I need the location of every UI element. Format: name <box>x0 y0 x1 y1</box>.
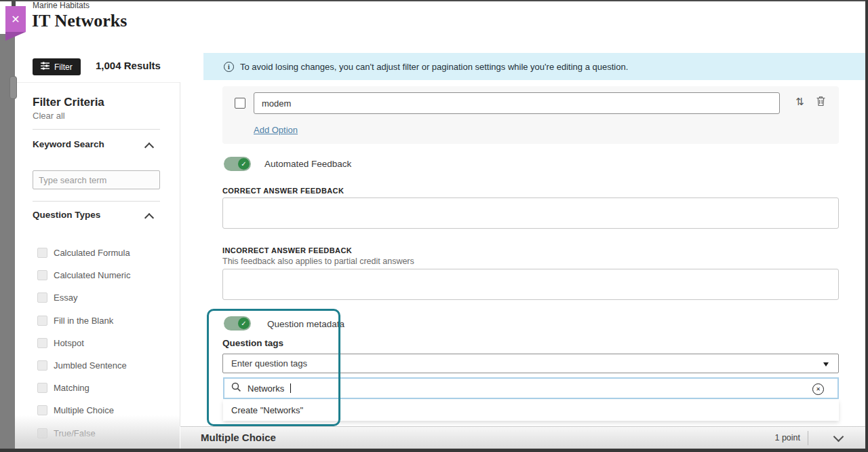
reorder-option-icon[interactable]: ⇅ <box>795 96 804 108</box>
question-tags-label: Question tags <box>222 338 283 348</box>
incorrect-feedback-textarea[interactable] <box>222 269 839 300</box>
toggle-check-icon: ✓ <box>238 318 250 329</box>
question-type-title: Multiple Choice <box>201 427 276 449</box>
question-type-label: Matching <box>54 383 90 393</box>
window-frame-top <box>0 0 868 1</box>
search-icon <box>231 382 241 395</box>
breadcrumb: Marine Habitats <box>33 1 90 10</box>
answer-option-block: ⇅ Add Option <box>222 86 839 144</box>
question-type-row[interactable]: Calculated Numeric <box>37 264 130 286</box>
question-type-checkbox[interactable] <box>37 338 47 348</box>
question-type-checkbox[interactable] <box>37 270 47 280</box>
automated-feedback-label: Automated Feedback <box>264 159 351 169</box>
window-frame-right <box>865 0 868 452</box>
incorrect-feedback-label: INCORRECT ANSWER FEEDBACK <box>222 246 352 255</box>
collapse-question-types-icon[interactable] <box>144 213 154 223</box>
info-banner-text: To avoid losing changes, you can't adjus… <box>240 62 628 72</box>
question-metadata-toggle[interactable]: ✓ <box>224 316 251 331</box>
question-type-row[interactable]: Matching <box>37 377 130 399</box>
sidebar-main-divider <box>180 82 180 426</box>
question-type-row[interactable]: Calculated Formula <box>37 242 130 264</box>
page-title: IT Networks <box>32 11 127 31</box>
question-type-checkbox[interactable] <box>37 316 47 326</box>
correct-feedback-textarea[interactable] <box>222 197 839 229</box>
delete-option-icon[interactable] <box>816 96 826 109</box>
sidebar-bottom-fade <box>15 415 180 449</box>
question-type-label: Jumbled Sentence <box>54 360 127 371</box>
question-type-label: Calculated Numeric <box>54 270 130 280</box>
question-type-row[interactable]: Hotspot <box>37 332 130 354</box>
sidebar-divider <box>33 201 160 202</box>
automated-feedback-toggle[interactable]: ✓ <box>224 157 251 171</box>
close-button-ribbon-fold <box>5 32 26 41</box>
incorrect-feedback-note: This feedback also applies to partial cr… <box>222 257 414 266</box>
create-tag-option[interactable]: Create "Networks" <box>231 405 303 415</box>
sidebar-top-divider <box>15 82 180 83</box>
question-type-checkbox[interactable] <box>37 293 47 303</box>
filter-criteria-title: Filter Criteria <box>33 96 104 109</box>
question-type-list: Calculated Formula Calculated Numeric Es… <box>37 242 130 445</box>
question-type-checkbox[interactable] <box>37 405 47 415</box>
question-bank-window: ✕ Marine Habitats IT Networks Filter 1,0… <box>0 0 868 452</box>
question-type-checkbox[interactable] <box>37 360 47 371</box>
add-option-link[interactable]: Add Option <box>254 125 298 135</box>
sidebar-divider <box>33 129 160 130</box>
results-count: 1,004 Results <box>96 60 161 71</box>
filter-button-label: Filter <box>54 62 73 72</box>
toggle-check-icon: ✓ <box>238 158 250 170</box>
tag-search-input[interactable]: Networks ✕ <box>223 377 839 399</box>
clear-search-icon[interactable]: ✕ <box>812 383 824 395</box>
question-type-row[interactable]: Jumbled Sentence <box>37 354 130 377</box>
correct-feedback-label: CORRECT ANSWER FEEDBACK <box>222 187 344 195</box>
clear-all-link[interactable]: Clear all <box>33 111 65 121</box>
question-type-row[interactable]: Essay <box>37 286 130 309</box>
collapse-question-icon[interactable] <box>833 432 844 442</box>
answer-option-input[interactable] <box>254 92 780 114</box>
question-type-label: Calculated Formula <box>54 248 130 258</box>
collapse-keyword-search-icon[interactable] <box>144 143 154 152</box>
keyword-search-label: Keyword Search <box>33 139 104 149</box>
question-tags-select-placeholder: Enter question tags <box>231 358 307 369</box>
question-metadata-label: Question metadata <box>267 319 344 329</box>
points-badge: 1 point <box>774 427 800 449</box>
window-frame-bottom <box>0 449 868 452</box>
question-type-label: Multiple Choice <box>54 405 114 415</box>
question-footer-bar: Multiple Choice 1 point <box>180 426 865 449</box>
keyword-search-input[interactable] <box>33 170 160 189</box>
tag-search-value: Networks <box>248 383 284 394</box>
question-type-label: Hotspot <box>54 338 84 348</box>
info-banner: i To avoid losing changes, you can't adj… <box>203 53 865 80</box>
question-types-label: Question Types <box>33 210 100 220</box>
collapsed-panel-handle[interactable] <box>9 76 17 99</box>
filter-button[interactable]: Filter <box>33 58 81 75</box>
close-panel-button[interactable]: ✕ <box>5 6 26 32</box>
footer-divider <box>808 431 808 445</box>
text-cursor <box>290 383 291 393</box>
answer-option-checkbox[interactable] <box>235 98 245 109</box>
question-type-label: Essay <box>54 293 77 303</box>
filter-icon <box>41 62 50 72</box>
chevron-down-icon <box>823 362 829 366</box>
question-tags-select[interactable]: Enter question tags <box>222 354 839 373</box>
question-type-row[interactable]: Fill in the Blank <box>37 309 130 332</box>
info-icon: i <box>224 62 234 72</box>
question-type-label: Fill in the Blank <box>54 316 113 326</box>
question-type-checkbox[interactable] <box>37 248 47 258</box>
question-type-checkbox[interactable] <box>37 383 47 393</box>
tag-suggestion-panel: Create "Networks" <box>223 400 839 421</box>
